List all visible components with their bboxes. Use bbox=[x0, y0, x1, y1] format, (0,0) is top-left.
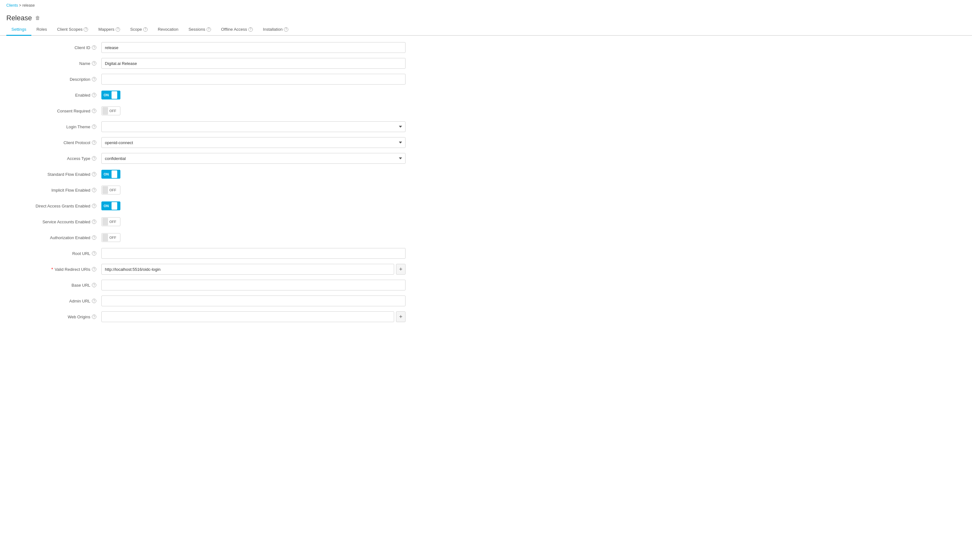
delete-client-button[interactable]: 🗑 bbox=[35, 15, 40, 21]
direct-access-control: ON bbox=[102, 202, 405, 210]
tab-mappers[interactable]: Mappers ? bbox=[93, 24, 125, 36]
breadcrumb-current: release bbox=[22, 3, 35, 8]
tab-sessions[interactable]: Sessions ? bbox=[183, 24, 216, 36]
web-origins-control: + bbox=[102, 312, 405, 322]
valid-redirect-uris-help-icon[interactable]: ? bbox=[92, 267, 96, 272]
page-header: Release 🗑 bbox=[0, 11, 972, 24]
base-url-input[interactable] bbox=[102, 280, 405, 290]
service-accounts-control: OFF bbox=[102, 217, 405, 226]
client-protocol-select[interactable]: openid-connect saml bbox=[102, 137, 405, 148]
client-id-control bbox=[102, 42, 405, 53]
standard-flow-row: Standard Flow Enabled ? ON bbox=[6, 169, 437, 180]
root-url-row: Root URL ? bbox=[6, 248, 437, 259]
client-protocol-label: Client Protocol ? bbox=[6, 140, 102, 145]
direct-access-row: Direct Access Grants Enabled ? ON bbox=[6, 200, 437, 211]
tab-client-scopes[interactable]: Client Scopes ? bbox=[52, 24, 93, 36]
valid-redirect-uris-add-button[interactable]: + bbox=[396, 264, 405, 275]
authorization-enabled-label: Authorization Enabled ? bbox=[6, 235, 102, 240]
name-help-icon[interactable]: ? bbox=[92, 61, 96, 65]
base-url-control bbox=[102, 280, 405, 290]
authorization-enabled-toggle[interactable]: OFF bbox=[102, 233, 120, 242]
client-id-label: Client ID ? bbox=[6, 45, 102, 50]
implicit-flow-row: Implicit Flow Enabled ? OFF bbox=[6, 185, 437, 195]
client-protocol-row: Client Protocol ? openid-connect saml bbox=[6, 137, 437, 148]
direct-access-toggle[interactable]: ON bbox=[102, 202, 120, 210]
description-input[interactable] bbox=[102, 74, 405, 85]
description-row: Description ? bbox=[6, 74, 437, 85]
consent-required-label: Consent Required ? bbox=[6, 108, 102, 113]
access-type-label: Access Type ? bbox=[6, 156, 102, 161]
web-origins-add-button[interactable]: + bbox=[396, 312, 405, 322]
enabled-toggle[interactable]: ON bbox=[102, 91, 120, 100]
standard-flow-toggle-thumb bbox=[112, 170, 117, 178]
login-theme-help-icon[interactable]: ? bbox=[92, 125, 96, 129]
enabled-help-icon[interactable]: ? bbox=[92, 93, 96, 97]
web-origins-label: Web Origins ? bbox=[6, 315, 102, 319]
offline-access-help-icon[interactable]: ? bbox=[248, 27, 253, 32]
service-accounts-help-icon[interactable]: ? bbox=[92, 220, 96, 224]
name-input[interactable] bbox=[102, 58, 405, 69]
root-url-label: Root URL ? bbox=[6, 251, 102, 256]
service-accounts-toggle[interactable]: OFF bbox=[102, 217, 120, 226]
tab-scope[interactable]: Scope ? bbox=[125, 24, 153, 36]
client-protocol-control: openid-connect saml bbox=[102, 137, 405, 148]
mappers-help-icon[interactable]: ? bbox=[116, 27, 120, 32]
description-help-icon[interactable]: ? bbox=[92, 77, 96, 82]
authorization-enabled-row: Authorization Enabled ? OFF bbox=[6, 232, 437, 243]
admin-url-input[interactable] bbox=[102, 295, 405, 306]
service-accounts-row: Service Accounts Enabled ? OFF bbox=[6, 216, 437, 227]
valid-redirect-uris-control: + bbox=[102, 264, 405, 275]
admin-url-help-icon[interactable]: ? bbox=[92, 299, 96, 303]
base-url-label: Base URL ? bbox=[6, 283, 102, 288]
direct-access-label: Direct Access Grants Enabled ? bbox=[6, 204, 102, 208]
base-url-help-icon[interactable]: ? bbox=[92, 283, 96, 287]
implicit-flow-label: Implicit Flow Enabled ? bbox=[6, 188, 102, 193]
login-theme-control bbox=[102, 121, 405, 132]
valid-redirect-uris-label: * Valid Redirect URIs ? bbox=[6, 267, 102, 272]
required-star: * bbox=[51, 267, 53, 272]
web-origins-input[interactable] bbox=[102, 312, 394, 322]
consent-required-help-icon[interactable]: ? bbox=[92, 108, 96, 113]
valid-redirect-uris-input[interactable] bbox=[102, 264, 394, 275]
web-origins-help-icon[interactable]: ? bbox=[92, 315, 96, 319]
client-id-help-icon[interactable]: ? bbox=[92, 45, 96, 50]
standard-flow-help-icon[interactable]: ? bbox=[92, 172, 96, 177]
tab-roles[interactable]: Roles bbox=[32, 24, 52, 36]
breadcrumb-clients-link[interactable]: Clients bbox=[6, 3, 18, 8]
tab-installation[interactable]: Installation ? bbox=[258, 24, 293, 36]
web-origins-row: Web Origins ? + bbox=[6, 312, 437, 322]
access-type-row: Access Type ? confidential public bearer… bbox=[6, 153, 437, 164]
tab-revocation[interactable]: Revocation bbox=[153, 24, 183, 36]
enabled-control: ON bbox=[102, 91, 405, 100]
standard-flow-toggle[interactable]: ON bbox=[102, 170, 120, 178]
root-url-help-icon[interactable]: ? bbox=[92, 251, 96, 256]
authorization-enabled-control: OFF bbox=[102, 233, 405, 242]
tab-settings[interactable]: Settings bbox=[6, 24, 32, 36]
access-type-help-icon[interactable]: ? bbox=[92, 156, 96, 161]
implicit-flow-toggle[interactable]: OFF bbox=[102, 186, 120, 195]
authorization-enabled-help-icon[interactable]: ? bbox=[92, 235, 96, 240]
tab-offline-access[interactable]: Offline Access ? bbox=[216, 24, 258, 36]
direct-access-help-icon[interactable]: ? bbox=[92, 204, 96, 208]
access-type-control: confidential public bearer-only bbox=[102, 153, 405, 164]
root-url-control bbox=[102, 248, 405, 259]
name-control bbox=[102, 58, 405, 69]
name-row: Name ? bbox=[6, 58, 437, 69]
admin-url-label: Admin URL ? bbox=[6, 299, 102, 303]
enabled-label: Enabled ? bbox=[6, 93, 102, 98]
valid-redirect-uris-row: * Valid Redirect URIs ? + bbox=[6, 264, 437, 275]
access-type-select[interactable]: confidential public bearer-only bbox=[102, 153, 405, 164]
implicit-flow-help-icon[interactable]: ? bbox=[92, 188, 96, 192]
consent-required-toggle[interactable]: OFF bbox=[102, 107, 120, 115]
client-scopes-help-icon[interactable]: ? bbox=[83, 27, 88, 32]
client-protocol-help-icon[interactable]: ? bbox=[92, 140, 96, 145]
client-id-input[interactable] bbox=[102, 42, 405, 53]
scope-help-icon[interactable]: ? bbox=[143, 27, 148, 32]
implicit-flow-toggle-thumb bbox=[102, 186, 108, 194]
name-label: Name ? bbox=[6, 61, 102, 66]
sessions-help-icon[interactable]: ? bbox=[207, 27, 211, 32]
installation-help-icon[interactable]: ? bbox=[284, 27, 288, 32]
login-theme-select[interactable] bbox=[102, 121, 405, 132]
root-url-input[interactable] bbox=[102, 248, 405, 259]
standard-flow-label: Standard Flow Enabled ? bbox=[6, 172, 102, 177]
